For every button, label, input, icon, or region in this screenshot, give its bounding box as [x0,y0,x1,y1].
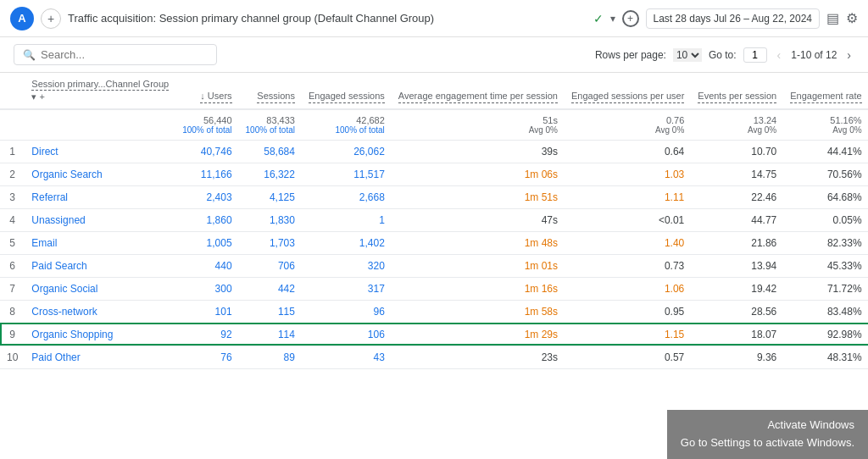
rows-per-page-label: Rows per page: [595,49,666,61]
cell-engagement_rate: 0.05% [783,208,868,231]
cell-users: 101 [175,300,238,323]
cell-avg_engagement: 23s [392,346,565,368]
col-header-avg-engagement[interactable]: Average engagement time per session [392,73,565,109]
add-button[interactable]: + [622,10,639,27]
cell-channel[interactable]: Organic Social [25,277,175,300]
search-bar: 🔍 Rows per page: 10 25 50 Go to: ‹ 1-10 … [0,37,868,73]
cell-channel[interactable]: Paid Other [25,346,175,368]
cell-engagement_rate: 70.56% [783,163,868,185]
col-header-engagement-rate[interactable]: Engagement rate [783,73,868,109]
table-row[interactable]: 8Cross-network101115961m 58s0.9528.5683.… [0,300,868,323]
cell-channel[interactable]: Cross-network [25,300,175,323]
cell-engagement_rate: 82.33% [783,231,868,254]
cell-engagement_rate: 45.33% [783,254,868,277]
search-input[interactable] [41,48,202,61]
cell-engaged_per_user: 1.40 [565,231,691,254]
cell-num: 8 [0,300,25,323]
cell-users: 92 [175,323,238,346]
col-header-engaged-sessions[interactable]: Engaged sessions [302,73,392,109]
cell-events_per_session: 9.36 [691,346,783,368]
goto-label: Go to: [709,49,737,61]
col-header-users[interactable]: ↓ Users [175,73,238,109]
cell-engaged_per_user: 0.73 [565,254,691,277]
cell-events_per_session: 10.70 [691,140,783,163]
cell-channel[interactable]: Paid Search [25,254,175,277]
cell-engaged_per_user: 1.15 [565,323,691,346]
bar-chart-icon[interactable]: ▤ [826,10,839,26]
add-tab-button[interactable]: + [41,8,61,29]
prev-page-arrow[interactable]: ‹ [774,47,785,64]
search-box: 🔍 [14,44,217,65]
data-table: Session primary...Channel Group ▾ + ↓ Us… [0,73,868,369]
cell-engaged_sessions: 2,668 [302,185,392,208]
cell-channel[interactable]: Organic Search [25,163,175,185]
totals-avg-engagement: 51s Avg 0% [392,109,565,141]
cell-channel[interactable]: Referral [25,185,175,208]
data-table-container: Session primary...Channel Group ▾ + ↓ Us… [0,73,868,369]
date-range-picker[interactable]: Last 28 days Jul 26 – Aug 22, 2024 [646,8,820,29]
cell-engagement_rate: 44.41% [783,140,868,163]
col-header-engaged-per-user[interactable]: Engaged sessions per user [565,73,691,109]
rows-per-page-select[interactable]: 10 25 50 [673,48,702,62]
settings-icon[interactable]: ⚙ [846,10,858,26]
cell-sessions: 115 [239,300,302,323]
col-header-num [0,73,25,109]
cell-events_per_session: 13.94 [691,254,783,277]
totals-row: 56,440 100% of total 83,433 100% of tota… [0,109,868,141]
table-row[interactable]: 4Unassigned1,8601,830147s<0.0144.770.05% [0,208,868,231]
col-header-events-per-session[interactable]: Events per session [691,73,783,109]
table-row[interactable]: 6Paid Search4407063201m 01s0.7313.9445.3… [0,254,868,277]
totals-num [0,109,25,141]
cell-engaged_per_user: 0.95 [565,300,691,323]
goto-input[interactable] [743,47,767,63]
search-controls: Rows per page: 10 25 50 Go to: ‹ 1-10 of… [595,47,854,64]
page-info: 1-10 of 12 [791,49,837,61]
cell-num: 1 [0,140,25,163]
channel-col-label[interactable]: Session primary...Channel Group [31,78,169,91]
cell-num: 4 [0,208,25,231]
cell-engagement_rate: 71.72% [783,277,868,300]
table-row[interactable]: 2Organic Search11,16616,32211,5171m 06s1… [0,163,868,185]
cell-avg_engagement: 1m 16s [392,277,565,300]
cell-sessions: 442 [239,277,302,300]
table-row[interactable]: 9Organic Shopping921141061m 29s1.1518.07… [0,323,868,346]
check-icon: ✓ [593,12,604,25]
totals-engagement-rate: 51.16% Avg 0% [783,109,868,141]
cell-engaged_sessions: 26,062 [302,140,392,163]
totals-channel [25,109,175,141]
avatar[interactable]: A [10,7,34,30]
cell-engagement_rate: 64.68% [783,185,868,208]
col-header-sessions[interactable]: Sessions [239,73,302,109]
cell-channel[interactable]: Direct [25,140,175,163]
cell-channel[interactable]: Email [25,231,175,254]
next-page-arrow[interactable]: › [843,47,854,64]
table-row[interactable]: 3Referral2,4034,1252,6681m 51s1.1122.466… [0,185,868,208]
cell-channel[interactable]: Organic Shopping [25,323,175,346]
cell-events_per_session: 28.56 [691,300,783,323]
cell-sessions: 89 [239,346,302,368]
cell-engaged_sessions: 96 [302,300,392,323]
cell-channel[interactable]: Unassigned [25,208,175,231]
cell-avg_engagement: 1m 06s [392,163,565,185]
cell-users: 1,005 [175,231,238,254]
page-title: Traffic acquisition: Session primary cha… [68,12,587,25]
cell-engaged_sessions: 43 [302,346,392,368]
table-row[interactable]: 7Organic Social3004423171m 16s1.0619.427… [0,277,868,300]
table-row[interactable]: 10Paid Other76894323s0.579.3648.31% [0,346,868,368]
cell-num: 3 [0,185,25,208]
cell-sessions: 1,703 [239,231,302,254]
table-row[interactable]: 1Direct40,74658,68426,06239s0.6410.7044.… [0,140,868,163]
cell-avg_engagement: 39s [392,140,565,163]
totals-events-per-session: 13.24 Avg 0% [691,109,783,141]
cell-engagement_rate: 48.31% [783,346,868,368]
cell-avg_engagement: 47s [392,208,565,231]
cell-engaged_sessions: 317 [302,277,392,300]
col-header-channel[interactable]: Session primary...Channel Group ▾ + [25,73,175,109]
cell-engaged_per_user: 1.03 [565,163,691,185]
table-row[interactable]: 5Email1,0051,7031,4021m 48s1.4021.8682.3… [0,231,868,254]
dropdown-arrow-icon[interactable]: ▾ [610,13,615,25]
cell-engaged_sessions: 11,517 [302,163,392,185]
add-dimension-button[interactable]: ▾ + [31,91,44,102]
cell-sessions: 1,830 [239,208,302,231]
windows-activate-overlay: Activate Windows Go to Settings to activ… [667,410,868,459]
